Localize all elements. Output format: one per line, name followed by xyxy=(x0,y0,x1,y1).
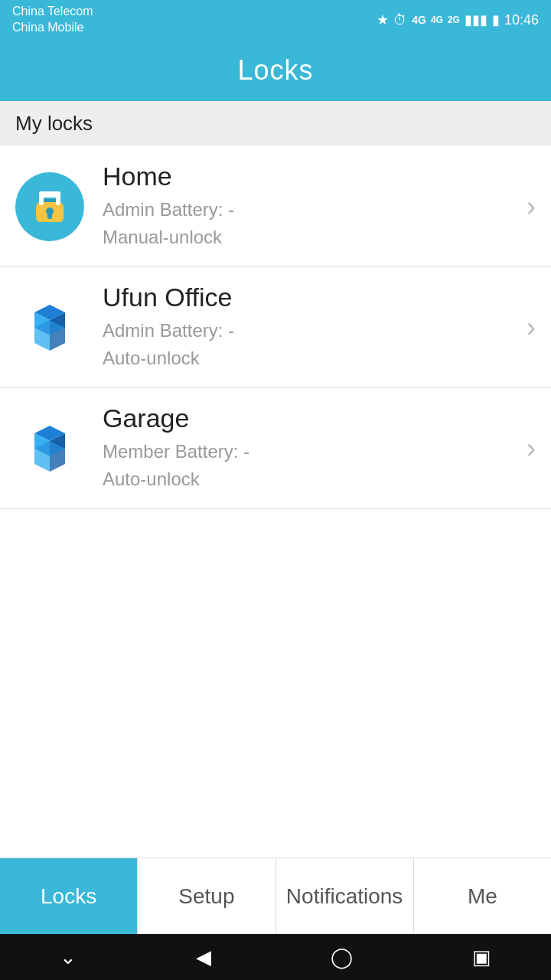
garage-logo-icon xyxy=(19,418,80,479)
page: China Telecom China Mobile ★ ⏱ 4G 4G 2G … xyxy=(0,0,551,980)
chevron-right-icon-ufun: › xyxy=(527,312,536,344)
lock-home-name: Home xyxy=(103,162,519,191)
nav-me-label: Me xyxy=(468,884,497,909)
section-label: My locks xyxy=(15,112,93,135)
system-nav-bar: ⌄ ◀ ◯ ▣ xyxy=(0,934,551,980)
nav-recents-icon[interactable]: ▣ xyxy=(472,946,491,969)
page-title: Locks xyxy=(237,54,313,87)
bottom-nav: Locks Setup Notifications Me xyxy=(0,858,551,934)
nav-setup[interactable]: Setup xyxy=(138,858,276,934)
alarm-icon: ⏱ xyxy=(393,12,407,28)
lock-icon-ufun xyxy=(15,293,84,362)
nav-down-icon[interactable]: ⌄ xyxy=(60,946,77,969)
nav-locks-label: Locks xyxy=(41,884,96,909)
signal-bars-icon: ▮▮▮ xyxy=(465,11,487,28)
lock-garage-info: Garage Member Battery: -Auto-unlock xyxy=(103,403,519,493)
lock-icon-home xyxy=(15,172,84,241)
ufun-logo-icon xyxy=(19,297,80,358)
carrier2: China Mobile xyxy=(12,20,93,36)
lock-item-home[interactable]: Home Admin Battery: -Manual-unlock › xyxy=(0,146,551,267)
nav-setup-label: Setup xyxy=(178,884,234,909)
lock-ufun-details: Admin Battery: -Auto-unlock xyxy=(103,317,519,372)
nav-locks[interactable]: Locks xyxy=(0,858,138,934)
lock-home-info: Home Admin Battery: -Manual-unlock xyxy=(103,162,519,251)
lock-item-garage[interactable]: Garage Member Battery: -Auto-unlock › xyxy=(0,388,551,509)
nav-notifications[interactable]: Notifications xyxy=(276,858,414,934)
lock-garage-details: Member Battery: -Auto-unlock xyxy=(103,438,519,493)
signal-2g-icon: 2G xyxy=(448,15,460,25)
lock-home-details: Admin Battery: -Manual-unlock xyxy=(103,196,519,251)
nav-back-icon[interactable]: ◀ xyxy=(196,946,211,969)
signal-4g2-icon: 4G xyxy=(431,15,443,25)
time-display: 10:46 xyxy=(504,12,539,28)
svg-rect-5 xyxy=(47,214,52,219)
content-area: My locks xyxy=(0,101,551,980)
lock-list: Home Admin Battery: -Manual-unlock › xyxy=(0,146,551,509)
padlock-icon xyxy=(27,184,73,230)
bluetooth-icon: ★ xyxy=(377,11,389,28)
chevron-right-icon-garage: › xyxy=(527,433,536,465)
chevron-right-icon-home: › xyxy=(527,191,536,223)
lock-ufun-info: Ufun Office Admin Battery: -Auto-unlock xyxy=(103,283,519,372)
battery-icon: ▮ xyxy=(492,11,500,28)
signal-4g-icon: 4G xyxy=(412,14,426,26)
nav-notifications-label: Notifications xyxy=(286,884,403,909)
app-header: Locks xyxy=(0,40,551,101)
carrier1: China Telecom xyxy=(12,4,93,20)
lock-ufun-name: Ufun Office xyxy=(103,283,519,312)
status-icons: ★ ⏱ 4G 4G 2G ▮▮▮ ▮ 10:46 xyxy=(377,11,539,28)
carrier-info: China Telecom China Mobile xyxy=(12,4,93,36)
status-bar: China Telecom China Mobile ★ ⏱ 4G 4G 2G … xyxy=(0,0,551,40)
nav-home-icon[interactable]: ◯ xyxy=(331,946,353,969)
nav-me[interactable]: Me xyxy=(414,858,551,934)
section-header: My locks xyxy=(0,101,551,146)
lock-garage-name: Garage xyxy=(103,403,519,433)
lock-item-ufun[interactable]: Ufun Office Admin Battery: -Auto-unlock … xyxy=(0,267,551,388)
lock-icon-garage xyxy=(15,414,84,483)
svg-rect-3 xyxy=(39,191,60,198)
